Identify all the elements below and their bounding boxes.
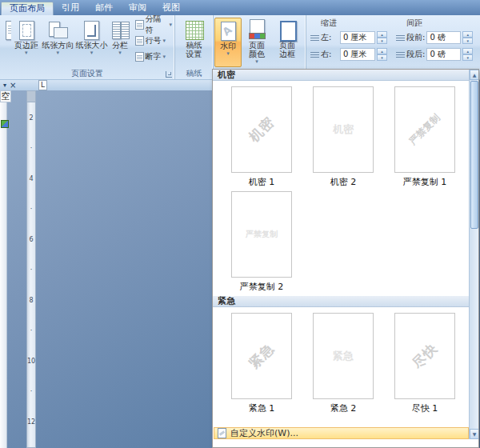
ruler-mark: 6 [27,224,35,254]
watermark-icon [218,20,238,42]
watermark-button[interactable]: 水印 ▾ [214,18,242,67]
orientation-icon [47,19,68,41]
spacing-after-stepper[interactable]: ▴▾ [462,48,473,61]
indent-right-icon [310,51,319,58]
chevron-down-icon: ▾ [163,38,166,44]
pane-close-icon[interactable]: × [10,81,16,90]
group-label-page-setup: 页面设置 [0,69,174,78]
spacing-after-input[interactable]: 0 磅 [426,48,461,61]
ribbon-tab-bar: 页面布局引用邮件审阅视图 [0,0,480,15]
line-numbers-icon [135,36,144,46]
columns-icon [110,19,130,41]
chevron-down-icon: ▾ [118,50,122,56]
page-borders-icon [277,19,298,41]
ruler-mark: · [27,194,35,224]
spacing-header: 间距 [396,18,473,28]
watermark-preview: 严禁复制 [394,86,455,173]
margins-icon [16,19,37,41]
indent-right-stepper[interactable]: ▴▾ [377,48,387,61]
spacing-before-icon [396,34,405,42]
custom-watermark-menu-item[interactable]: 自定义水印(W)... [214,427,469,439]
line-numbers-button[interactable]: 行号 ▾ [134,34,174,48]
spacing-after-icon [396,51,405,58]
columns-button[interactable]: 分栏 ▾ [109,18,132,67]
tab-邮件[interactable]: 邮件 [87,2,121,15]
ruler-mark: · [27,376,35,406]
watermark-preview-text: 紧急 [245,339,278,373]
chevron-down-icon: ▾ [169,22,172,28]
watermark-preview-text: 机密 [333,122,354,137]
group-label-paper: 稿纸 [175,69,213,78]
indent-left-stepper[interactable]: ▴▾ [377,31,387,44]
text-direction-icon [1,19,11,41]
watermark-option-机密 2[interactable]: 机密机密 2 [302,85,384,190]
spacing-column: 间距 段前: 0 磅 ▴▾ 段后: 0 磅 ▴▾ [393,18,476,62]
gallery-section-header: 机密 [213,70,469,81]
watermark-preview-text: 尽快 [408,339,442,373]
watermark-preview: 紧急 [313,313,374,399]
watermark-option-label: 紧急 2 [330,402,357,414]
dialog-launcher-icon[interactable] [166,71,172,78]
hyphenation-icon [135,52,144,62]
scrollbar-thumb[interactable] [470,81,478,229]
watermark-option-紧急 1[interactable]: 紧急紧急 1 [221,311,302,416]
grid-paper-icon [184,19,205,41]
page-borders-button[interactable]: 页面 边框 [272,18,302,67]
chevron-down-icon: ▾ [226,51,230,57]
hyphenation-button[interactable]: 断字 ▾ [134,50,174,64]
paper-size-button[interactable]: 纸张大小 ▾ [74,18,108,67]
watermark-option-严禁复制 1[interactable]: 严禁复制严禁复制 1 [384,85,466,190]
spacing-before-stepper[interactable]: ▴▾ [462,31,473,44]
tab-页面布局[interactable]: 页面布局 [1,2,54,15]
watermark-gallery-dropdown: 机密机密机密 1机密机密 2严禁复制严禁复制 1严禁复制严禁复制 2紧急紧急紧急… [212,69,479,448]
ruler-mark: 12 [27,406,35,437]
indent-right-row: 右: 0 厘米 ▴▾ [310,47,387,62]
scroll-down-icon[interactable]: ▼ [470,429,479,439]
tab-引用[interactable]: 引用 [54,2,87,15]
ruler-mark: 10 [27,346,35,376]
watermark-option-label: 机密 1 [249,176,275,188]
indent-left-icon [310,34,319,42]
pane-dropdown-icon[interactable]: ▾ [3,81,6,90]
watermark-preview-text: 严禁复制 [246,229,278,240]
watermark-preview: 严禁复制 [231,191,292,278]
group-page-setup: 页边距 ▾ 纸张方向 ▾ 纸张大小 ▾ 分栏 ▾ 分隔符 [0,15,174,79]
indent-left-input[interactable]: 0 厘米 [340,31,375,44]
page-color-button[interactable]: 页面 颜色 ▾ [242,18,272,67]
chevron-down-icon: ▾ [255,59,258,65]
text-direction-button[interactable] [1,18,11,67]
watermark-option-严禁复制 2[interactable]: 严禁复制严禁复制 2 [221,190,302,294]
watermark-preview: 尽快 [394,313,455,399]
input-method-icon [1,120,9,128]
watermark-option-机密 1[interactable]: 机密机密 1 [221,85,302,190]
watermark-option-尽快 1[interactable]: 尽快尽快 1 [384,311,466,416]
orientation-button[interactable]: 纸张方向 ▾ [41,18,74,67]
watermark-option-紧急 2[interactable]: 紧急紧急 2 [302,311,384,416]
word-window: 页面布局引用邮件审阅视图 页边距 ▾ 纸张方向 ▾ 纸张大小 ▾ [0,0,480,448]
watermark-option-label: 严禁复制 1 [403,176,447,188]
paper-size-icon [81,19,102,41]
spacing-before-input[interactable]: 0 磅 [426,31,461,44]
tab-selector-button[interactable]: L [38,80,47,90]
watermark-gallery: 机密机密机密 1机密机密 2严禁复制严禁复制 1严禁复制严禁复制 2紧急紧急紧急… [213,70,469,418]
indent-right-input[interactable]: 0 厘米 [340,48,375,61]
ruler-mark: · [27,254,35,285]
ruler-margin-cap [27,91,35,102]
style-area-label: 空 [0,90,11,102]
watermark-preview: 紧急 [231,313,292,399]
watermark-preview-text: 紧急 [333,349,354,363]
gallery-section-items: 紧急紧急 1紧急紧急 2尽快尽快 1 [213,307,469,418]
scroll-up-icon[interactable]: ▲ [470,70,479,80]
grid-paper-settings-button[interactable]: 稿纸 设置 [177,18,212,67]
custom-watermark-icon [218,428,226,438]
margins-button[interactable]: 页边距 ▾ [11,18,41,67]
gallery-section-items: 机密机密 1机密机密 2严禁复制严禁复制 1严禁复制严禁复制 2 [213,81,469,296]
breaks-button[interactable]: 分隔符 ▾ [134,18,174,32]
left-pane-strip [0,90,7,448]
ruler-mark: 8 [27,285,35,315]
indent-header: 缩进 [310,18,387,28]
chevron-down-icon: ▾ [163,54,166,60]
gallery-scrollbar[interactable]: ▲ ▼ [469,70,478,439]
ruler-mark: · [27,133,35,163]
watermark-preview-text: 严禁复制 [406,111,443,148]
